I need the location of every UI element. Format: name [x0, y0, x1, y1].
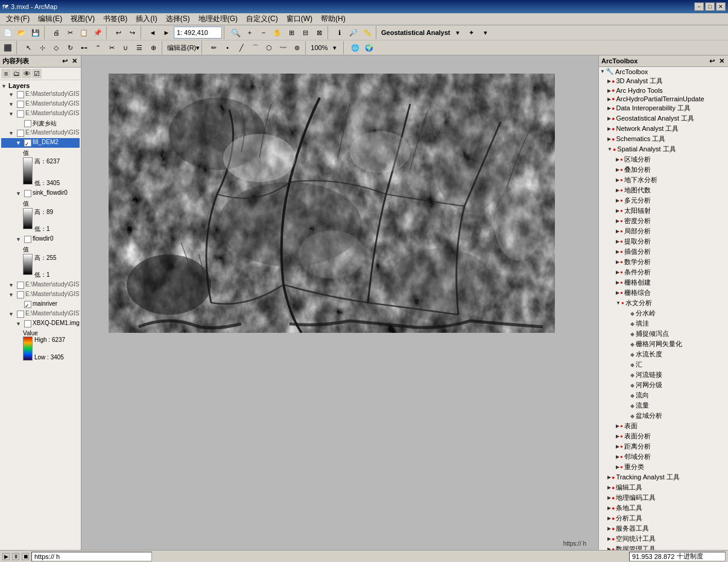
toc-lmxz[interactable]: 列麦乡站 — [1, 119, 80, 128]
menu-view[interactable]: 视图(V) — [67, 13, 98, 25]
new-button[interactable]: 📄 — [1, 26, 14, 39]
toolset-conditional[interactable]: ▶ ● 条件分析 — [599, 267, 728, 277]
density-expand[interactable]: ▶ — [616, 218, 619, 224]
undo-button[interactable]: ↩ — [112, 26, 125, 39]
tool-flowlength[interactable]: ◆ 水流长度 — [599, 349, 728, 359]
tb2-globe2[interactable]: 🌍 — [362, 41, 376, 54]
tb2-pointer[interactable]: ↖ — [22, 41, 35, 54]
gw-expand[interactable]: ▶ — [616, 177, 619, 183]
tb2-attr[interactable]: ☰ — [133, 41, 146, 54]
toolset-reclass[interactable]: ▶ ● 重分类 — [599, 462, 728, 472]
toc-xbxq-dem1[interactable]: ▼ XBXQ-DEM1.img — [1, 319, 80, 329]
open-button[interactable]: 📂 — [15, 26, 28, 39]
toc-group-7[interactable]: ▼ E:\Master\study\GIS\ — [1, 309, 80, 319]
3d-expand[interactable]: ▶ — [607, 78, 611, 84]
ss-expand[interactable]: ▶ — [607, 536, 611, 541]
save-button[interactable]: 💾 — [29, 26, 42, 39]
schematics-expand[interactable]: ▶ — [607, 136, 611, 142]
an-expand[interactable]: ▶ — [607, 516, 611, 521]
toolset-analysis[interactable]: ▶ ● 分析工具 — [599, 513, 728, 523]
group3-check[interactable] — [17, 110, 24, 118]
tb2-arc[interactable]: ⌒ — [248, 41, 262, 54]
tb2-edit-ptr[interactable]: ⊹ — [36, 41, 49, 54]
scale-input[interactable]: 1: 492,410 — [174, 27, 222, 39]
toc-group-1[interactable]: ▼ E:\Master\study\GIS\ — [1, 90, 80, 99]
zoom-in2[interactable]: + — [243, 26, 256, 39]
tb2-poly[interactable]: ⬡ — [262, 41, 276, 54]
partial-expand[interactable]: ▶ — [607, 96, 611, 102]
tb2-pt[interactable]: ⊛ — [290, 41, 303, 54]
pc-expand[interactable]: ▶ — [607, 505, 611, 511]
menu-file[interactable]: 文件(F) — [2, 13, 33, 25]
toolbox-dock[interactable]: ↩ — [707, 57, 716, 65]
find[interactable]: 🔎 — [347, 26, 360, 39]
close-button[interactable]: ✕ — [716, 2, 726, 11]
toolset-spatial[interactable]: ▼ ● Spatial Analyst 工具 — [599, 144, 728, 154]
menu-geoprocessing[interactable]: 地理处理(G) — [195, 13, 241, 25]
toc-layers-root[interactable]: ▼ Layers — [1, 81, 80, 90]
zoom-layer[interactable]: ⊟ — [299, 26, 312, 39]
group5-check[interactable] — [17, 282, 24, 289]
tb2-line[interactable]: ╱ — [235, 41, 248, 54]
toolset-local[interactable]: ▶ ● 局部分析 — [599, 226, 728, 236]
group1-check[interactable] — [17, 91, 24, 98]
cut-button[interactable]: ✂ — [63, 26, 77, 39]
spatial-expand[interactable]: ▼ — [607, 147, 612, 152]
sv2-expand[interactable]: ▶ — [607, 526, 611, 531]
toolset-zone[interactable]: ▶ ● 区域分析 — [599, 154, 728, 165]
menu-select[interactable]: 选择(S) — [162, 13, 194, 25]
redo-button[interactable]: ↪ — [125, 26, 139, 39]
xbxq-check[interactable] — [24, 320, 31, 327]
toolset-parcel[interactable]: ▶ ● 条地工具 — [599, 503, 728, 513]
tb2-mirror[interactable]: ⊷ — [77, 41, 90, 54]
nbhd-expand[interactable]: ▶ — [616, 454, 619, 459]
toolset-schematics[interactable]: ▶ ● Schematics 工具 — [599, 134, 728, 144]
tb2-snap[interactable]: ⊕ — [147, 41, 160, 54]
measure[interactable]: 📏 — [361, 26, 374, 39]
group6-check[interactable] — [17, 291, 24, 298]
toolset-tracking[interactable]: ▶ ● Tracking Analyst 工具 — [599, 472, 728, 482]
tool-flowaccum[interactable]: ◆ 流量 — [599, 400, 728, 411]
toolset-surface-tools[interactable]: ▶ ● 表面 — [599, 421, 728, 431]
rg-expand[interactable]: ▶ — [616, 290, 619, 295]
print-button[interactable]: 🖨 — [49, 26, 63, 39]
surf-expand[interactable]: ▶ — [616, 423, 619, 429]
minimize-button[interactable]: − — [694, 2, 704, 11]
tb2-vertex[interactable]: ◇ — [49, 41, 63, 54]
toolset-multivariate[interactable]: ▶ ● 多元分析 — [599, 195, 728, 206]
toolbox-root[interactable]: ▼ 🔧 ArcToolbox — [599, 67, 728, 76]
toolset-mapalgebra[interactable]: ▶ ● 地图代数 — [599, 185, 728, 195]
toolbox-close[interactable]: ✕ — [717, 57, 726, 65]
toc-group-4[interactable]: ▼ E:\Master\study\GIS\ — [1, 128, 80, 138]
tb2-freehand[interactable]: 〰 — [276, 41, 290, 54]
toc-group-3[interactable]: ▼ E:\Master\study\GIS\ — [1, 109, 80, 119]
hydro-expand[interactable]: ▶ — [607, 88, 611, 93]
menu-customize[interactable]: 自定义(C) — [242, 13, 282, 25]
toc-visibility-view[interactable]: 👁 — [22, 69, 31, 78]
toolset-surface-analysis[interactable]: ▶ ● 表面分析 — [599, 431, 728, 441]
toc-dock[interactable]: ↩ — [60, 57, 69, 66]
tool-watershed[interactable]: ◆ 分水岭 — [599, 308, 728, 318]
menu-help[interactable]: 帮助(H) — [317, 13, 349, 25]
zoom-out[interactable]: − — [257, 26, 270, 39]
tb2-btn1[interactable]: ⬛ — [1, 41, 14, 54]
maximize-button[interactable]: □ — [705, 2, 715, 11]
toolset-geocoding[interactable]: ▶ ● 地理编码工具 — [599, 493, 728, 503]
toc-group-2[interactable]: ▼ E:\Master\study\GIS\ — [1, 99, 80, 109]
toolset-edittools[interactable]: ▶ ● 编辑工具 — [599, 482, 728, 493]
toolset-neighborhood[interactable]: ▶ ● 邻域分析 — [599, 452, 728, 462]
local-expand[interactable]: ▶ — [616, 229, 619, 234]
tool-sink[interactable]: ◆ 汇 — [599, 359, 728, 370]
overlay-expand[interactable]: ▶ — [616, 167, 619, 172]
toolset-raster-general[interactable]: ▶ ● 栅格综合 — [599, 288, 728, 298]
toolset-raster-create[interactable]: ▶ ● 栅格创建 — [599, 277, 728, 288]
group7-check[interactable] — [17, 311, 24, 318]
tool-basin[interactable]: ◆ 盆域分析 — [599, 411, 728, 421]
zoom-100-dropdown[interactable]: ▾ — [328, 41, 341, 54]
rcls-expand[interactable]: ▶ — [616, 464, 619, 470]
zoom-selected[interactable]: ⊠ — [312, 26, 326, 39]
menu-window[interactable]: 窗口(W) — [283, 13, 316, 25]
tb2-rotate[interactable]: ↻ — [63, 41, 77, 54]
zoom-full[interactable]: ⊞ — [285, 26, 298, 39]
gc-expand[interactable]: ▶ — [607, 495, 611, 500]
